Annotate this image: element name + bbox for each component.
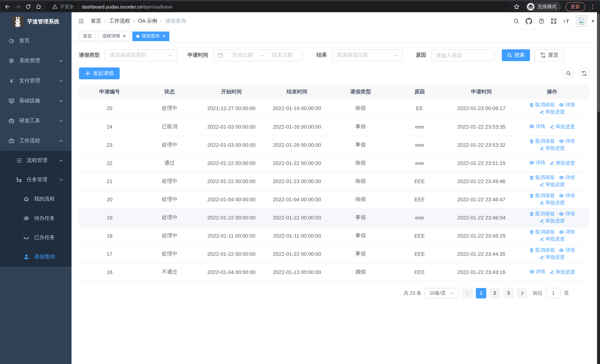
- result-select[interactable]: 请选择流结果: [332, 49, 403, 61]
- progress-link[interactable]: 审批进度: [550, 123, 575, 130]
- cancel-leave-link[interactable]: 取消请假: [529, 138, 554, 145]
- breadcrumb-separator: /: [133, 18, 135, 24]
- sidebar-item-infrastructure[interactable]: 基础设施: [0, 91, 72, 111]
- show-search-button[interactable]: [563, 68, 574, 79]
- browser-forward-button[interactable]: [13, 2, 22, 11]
- pagination: 共 23 条 10条/页 123 前往 页: [79, 288, 569, 298]
- cell-status: 处理中: [140, 245, 199, 263]
- cancel-leave-link[interactable]: 取消请假: [529, 229, 554, 235]
- prev-page-button[interactable]: [462, 288, 472, 298]
- reason-input[interactable]: [436, 52, 489, 58]
- cell-reason: eee: [391, 136, 448, 154]
- column-header: 状态: [140, 84, 199, 99]
- sidebar-item-devtools[interactable]: 研发工具: [0, 111, 72, 131]
- browser-update-button[interactable]: 更新: [565, 2, 585, 11]
- cell-actions: 取消请假详情审批进度: [515, 136, 590, 154]
- page-scrollbar[interactable]: [597, 12, 600, 364]
- browser-home-button[interactable]: [34, 2, 43, 11]
- progress-link[interactable]: 审批进度: [539, 254, 565, 261]
- detail-link[interactable]: 详情: [559, 211, 575, 217]
- page-buttons: 123: [476, 288, 514, 298]
- eye-icon: [559, 211, 564, 216]
- sidebar-item-done-tasks[interactable]: 已办任务: [0, 228, 72, 247]
- close-icon[interactable]: ✕: [162, 34, 165, 38]
- close-icon[interactable]: ✕: [123, 34, 126, 38]
- detail-link[interactable]: 详情: [529, 159, 545, 166]
- cancel-leave-link[interactable]: 取消请假: [529, 174, 554, 181]
- page-size-select[interactable]: 10条/页: [425, 288, 459, 298]
- cell-status: 处理中: [140, 136, 199, 154]
- leave-type-select[interactable]: 请选择请假类型: [105, 49, 177, 61]
- cell-type: 病假: [330, 190, 391, 208]
- avatar[interactable]: [576, 15, 587, 27]
- progress-link[interactable]: 审批进度: [539, 108, 565, 115]
- detail-link[interactable]: 详情: [559, 101, 575, 108]
- table-tools: [563, 68, 590, 79]
- sidebar-item-system[interactable]: 系统管理: [0, 51, 72, 71]
- header-search-button[interactable]: [513, 18, 519, 24]
- reset-button[interactable]: 重置: [535, 49, 564, 61]
- cell-status: 处理中: [140, 190, 199, 208]
- eye-icon: [529, 160, 534, 165]
- detail-link[interactable]: 详情: [559, 138, 575, 145]
- cancel-leave-link[interactable]: 取消请假: [529, 247, 554, 254]
- detail-link[interactable]: 详情: [559, 247, 575, 253]
- github-button[interactable]: [525, 18, 532, 24]
- main-header: 首页/工作流程/OA 示例/请假查询 TT: [72, 12, 600, 30]
- logo[interactable]: 芋道管理系统: [0, 12, 72, 31]
- help-button[interactable]: [538, 18, 544, 24]
- refresh-table-button[interactable]: [579, 68, 590, 79]
- progress-link[interactable]: 审批进度: [550, 269, 575, 275]
- apply-time-range-picker[interactable]: 开始日期 - 结束日期: [214, 49, 302, 61]
- cancel-leave-link[interactable]: 取消请假: [529, 102, 554, 108]
- detail-link[interactable]: 详情: [559, 192, 575, 199]
- progress-link[interactable]: 审批进度: [539, 199, 565, 206]
- detail-link[interactable]: 详情: [559, 174, 575, 181]
- table-row: 17处理中2022-01-22 00:00:002022-01-22 00:00…: [79, 245, 590, 263]
- trash-icon: [529, 248, 534, 253]
- tag-tab-process-detail[interactable]: 流程详情✕: [98, 31, 130, 41]
- browser-back-button[interactable]: [3, 2, 12, 11]
- progress-link[interactable]: 审批进度: [550, 159, 575, 166]
- browser-menu-button[interactable]: [589, 4, 596, 10]
- goto-page-input[interactable]: [546, 288, 561, 298]
- sidebar-item-task-mgmt[interactable]: 任务管理: [0, 170, 72, 189]
- sidebar-item-leave-query[interactable]: 请假查询: [0, 247, 72, 267]
- page-button-2[interactable]: 2: [489, 288, 500, 298]
- sidebar-item-workflow[interactable]: 工作流程: [0, 131, 72, 151]
- sidebar-fold-button[interactable]: [78, 18, 84, 24]
- breadcrumb-item[interactable]: OA 示例: [138, 18, 157, 24]
- avatar-caret-icon[interactable]: [591, 19, 595, 23]
- create-leave-button[interactable]: 发起请假: [79, 67, 120, 79]
- next-page-button[interactable]: [517, 288, 527, 298]
- font-size-button[interactable]: TT: [563, 18, 570, 24]
- tag-tab-leave-query[interactable]: 请假查询✕: [132, 31, 169, 41]
- address-bar[interactable]: 不安全 dashboard.yudao.iocoder.cn/bpm/oa/le…: [47, 2, 508, 11]
- bookmark-button[interactable]: [512, 2, 521, 11]
- scrollbar-thumb[interactable]: [597, 14, 600, 112]
- sidebar-item-home[interactable]: 首页: [0, 31, 72, 51]
- page-button-3[interactable]: 3: [503, 288, 514, 298]
- sidebar: 芋道管理系统 首页系统管理¥支付管理基础设施研发工具工作流程流程管理任务管理我的…: [0, 12, 72, 364]
- detail-link[interactable]: 详情: [529, 268, 545, 275]
- tag-tab-home[interactable]: 首页: [79, 31, 96, 41]
- fullscreen-button[interactable]: [551, 18, 557, 24]
- progress-link[interactable]: 审批进度: [539, 181, 565, 188]
- detail-link[interactable]: 详情: [529, 123, 545, 130]
- progress-link[interactable]: 审批进度: [539, 236, 565, 243]
- detail-link[interactable]: 详情: [559, 229, 575, 235]
- progress-link[interactable]: 审批进度: [539, 145, 565, 152]
- sidebar-item-my-process[interactable]: 我的流程: [0, 189, 72, 209]
- breadcrumb-item[interactable]: 工作流程: [109, 18, 130, 24]
- breadcrumb-item[interactable]: 首页: [91, 18, 101, 24]
- sidebar-item-todo-tasks[interactable]: 待办任务: [0, 209, 72, 228]
- browser-reload-button[interactable]: [24, 2, 33, 11]
- cancel-leave-link[interactable]: 取消请假: [529, 193, 554, 199]
- progress-link[interactable]: 审批进度: [539, 218, 565, 224]
- search-button[interactable]: 搜索: [502, 49, 530, 61]
- sidebar-item-process-mgmt[interactable]: 流程管理: [0, 151, 72, 170]
- sidebar-item-payment[interactable]: ¥支付管理: [0, 71, 72, 91]
- cancel-leave-link[interactable]: 取消请假: [529, 211, 554, 217]
- refresh-icon: [540, 52, 546, 58]
- page-button-1[interactable]: 1: [476, 288, 486, 298]
